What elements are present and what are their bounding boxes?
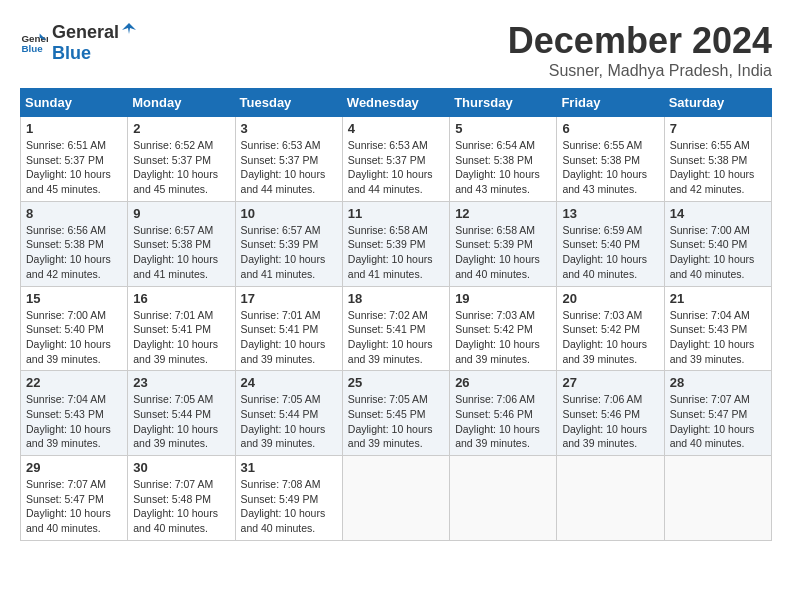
day-info: Sunrise: 7:07 AMSunset: 5:47 PMDaylight:… xyxy=(26,477,122,536)
day-number: 23 xyxy=(133,375,229,390)
day-number: 31 xyxy=(241,460,337,475)
calendar-cell: 10Sunrise: 6:57 AMSunset: 5:39 PMDayligh… xyxy=(235,201,342,286)
day-number: 29 xyxy=(26,460,122,475)
day-number: 13 xyxy=(562,206,658,221)
day-number: 10 xyxy=(241,206,337,221)
day-info: Sunrise: 6:53 AMSunset: 5:37 PMDaylight:… xyxy=(348,138,444,197)
calendar-cell: 6Sunrise: 6:55 AMSunset: 5:38 PMDaylight… xyxy=(557,117,664,202)
day-number: 8 xyxy=(26,206,122,221)
day-info: Sunrise: 7:03 AMSunset: 5:42 PMDaylight:… xyxy=(562,308,658,367)
day-info: Sunrise: 6:56 AMSunset: 5:38 PMDaylight:… xyxy=(26,223,122,282)
day-number: 3 xyxy=(241,121,337,136)
calendar-cell: 17Sunrise: 7:01 AMSunset: 5:41 PMDayligh… xyxy=(235,286,342,371)
logo-general: General xyxy=(52,22,119,43)
day-info: Sunrise: 7:00 AMSunset: 5:40 PMDaylight:… xyxy=(670,223,766,282)
day-info: Sunrise: 6:52 AMSunset: 5:37 PMDaylight:… xyxy=(133,138,229,197)
day-info: Sunrise: 7:04 AMSunset: 5:43 PMDaylight:… xyxy=(670,308,766,367)
day-number: 22 xyxy=(26,375,122,390)
day-info: Sunrise: 6:51 AMSunset: 5:37 PMDaylight:… xyxy=(26,138,122,197)
calendar-cell: 15Sunrise: 7:00 AMSunset: 5:40 PMDayligh… xyxy=(21,286,128,371)
calendar-week-1: 1Sunrise: 6:51 AMSunset: 5:37 PMDaylight… xyxy=(21,117,772,202)
day-number: 14 xyxy=(670,206,766,221)
day-number: 24 xyxy=(241,375,337,390)
title-section: December 2024 Susner, Madhya Pradesh, In… xyxy=(508,20,772,80)
calendar-cell: 20Sunrise: 7:03 AMSunset: 5:42 PMDayligh… xyxy=(557,286,664,371)
calendar-header-row: SundayMondayTuesdayWednesdayThursdayFrid… xyxy=(21,89,772,117)
logo-bird-icon xyxy=(120,20,138,38)
day-number: 16 xyxy=(133,291,229,306)
day-info: Sunrise: 7:04 AMSunset: 5:43 PMDaylight:… xyxy=(26,392,122,451)
day-info: Sunrise: 7:03 AMSunset: 5:42 PMDaylight:… xyxy=(455,308,551,367)
calendar-cell: 19Sunrise: 7:03 AMSunset: 5:42 PMDayligh… xyxy=(450,286,557,371)
calendar-cell: 30Sunrise: 7:07 AMSunset: 5:48 PMDayligh… xyxy=(128,456,235,541)
calendar-cell: 28Sunrise: 7:07 AMSunset: 5:47 PMDayligh… xyxy=(664,371,771,456)
day-number: 28 xyxy=(670,375,766,390)
day-info: Sunrise: 7:06 AMSunset: 5:46 PMDaylight:… xyxy=(455,392,551,451)
calendar-cell: 22Sunrise: 7:04 AMSunset: 5:43 PMDayligh… xyxy=(21,371,128,456)
day-info: Sunrise: 6:57 AMSunset: 5:38 PMDaylight:… xyxy=(133,223,229,282)
calendar-cell: 29Sunrise: 7:07 AMSunset: 5:47 PMDayligh… xyxy=(21,456,128,541)
calendar-cell: 2Sunrise: 6:52 AMSunset: 5:37 PMDaylight… xyxy=(128,117,235,202)
calendar-cell: 27Sunrise: 7:06 AMSunset: 5:46 PMDayligh… xyxy=(557,371,664,456)
calendar-cell: 14Sunrise: 7:00 AMSunset: 5:40 PMDayligh… xyxy=(664,201,771,286)
calendar-cell: 18Sunrise: 7:02 AMSunset: 5:41 PMDayligh… xyxy=(342,286,449,371)
day-number: 9 xyxy=(133,206,229,221)
calendar-table: SundayMondayTuesdayWednesdayThursdayFrid… xyxy=(20,88,772,541)
day-number: 4 xyxy=(348,121,444,136)
day-number: 26 xyxy=(455,375,551,390)
day-number: 30 xyxy=(133,460,229,475)
day-number: 2 xyxy=(133,121,229,136)
day-info: Sunrise: 7:05 AMSunset: 5:44 PMDaylight:… xyxy=(133,392,229,451)
calendar-cell xyxy=(450,456,557,541)
calendar-cell: 8Sunrise: 6:56 AMSunset: 5:38 PMDaylight… xyxy=(21,201,128,286)
header-friday: Friday xyxy=(557,89,664,117)
calendar-cell xyxy=(664,456,771,541)
day-info: Sunrise: 7:01 AMSunset: 5:41 PMDaylight:… xyxy=(241,308,337,367)
day-number: 18 xyxy=(348,291,444,306)
logo-blue: Blue xyxy=(52,43,91,63)
day-number: 17 xyxy=(241,291,337,306)
day-info: Sunrise: 7:01 AMSunset: 5:41 PMDaylight:… xyxy=(133,308,229,367)
day-info: Sunrise: 6:57 AMSunset: 5:39 PMDaylight:… xyxy=(241,223,337,282)
logo: General Blue General Blue xyxy=(20,20,139,64)
day-number: 12 xyxy=(455,206,551,221)
calendar-cell: 1Sunrise: 6:51 AMSunset: 5:37 PMDaylight… xyxy=(21,117,128,202)
calendar-cell: 16Sunrise: 7:01 AMSunset: 5:41 PMDayligh… xyxy=(128,286,235,371)
calendar-week-5: 29Sunrise: 7:07 AMSunset: 5:47 PMDayligh… xyxy=(21,456,772,541)
calendar-cell: 24Sunrise: 7:05 AMSunset: 5:44 PMDayligh… xyxy=(235,371,342,456)
day-info: Sunrise: 7:02 AMSunset: 5:41 PMDaylight:… xyxy=(348,308,444,367)
calendar-cell: 5Sunrise: 6:54 AMSunset: 5:38 PMDaylight… xyxy=(450,117,557,202)
day-info: Sunrise: 7:05 AMSunset: 5:45 PMDaylight:… xyxy=(348,392,444,451)
svg-text:Blue: Blue xyxy=(21,43,43,54)
day-info: Sunrise: 6:58 AMSunset: 5:39 PMDaylight:… xyxy=(348,223,444,282)
day-info: Sunrise: 7:07 AMSunset: 5:47 PMDaylight:… xyxy=(670,392,766,451)
location-title: Susner, Madhya Pradesh, India xyxy=(508,62,772,80)
day-info: Sunrise: 7:07 AMSunset: 5:48 PMDaylight:… xyxy=(133,477,229,536)
calendar-cell: 31Sunrise: 7:08 AMSunset: 5:49 PMDayligh… xyxy=(235,456,342,541)
calendar-cell: 25Sunrise: 7:05 AMSunset: 5:45 PMDayligh… xyxy=(342,371,449,456)
day-info: Sunrise: 7:00 AMSunset: 5:40 PMDaylight:… xyxy=(26,308,122,367)
calendar-cell xyxy=(557,456,664,541)
month-title: December 2024 xyxy=(508,20,772,62)
day-info: Sunrise: 6:53 AMSunset: 5:37 PMDaylight:… xyxy=(241,138,337,197)
header-saturday: Saturday xyxy=(664,89,771,117)
day-number: 1 xyxy=(26,121,122,136)
day-number: 15 xyxy=(26,291,122,306)
day-info: Sunrise: 6:59 AMSunset: 5:40 PMDaylight:… xyxy=(562,223,658,282)
day-number: 20 xyxy=(562,291,658,306)
day-number: 7 xyxy=(670,121,766,136)
calendar-week-3: 15Sunrise: 7:00 AMSunset: 5:40 PMDayligh… xyxy=(21,286,772,371)
day-info: Sunrise: 6:55 AMSunset: 5:38 PMDaylight:… xyxy=(670,138,766,197)
day-number: 6 xyxy=(562,121,658,136)
header-tuesday: Tuesday xyxy=(235,89,342,117)
header-sunday: Sunday xyxy=(21,89,128,117)
header-monday: Monday xyxy=(128,89,235,117)
calendar-cell: 3Sunrise: 6:53 AMSunset: 5:37 PMDaylight… xyxy=(235,117,342,202)
day-info: Sunrise: 6:55 AMSunset: 5:38 PMDaylight:… xyxy=(562,138,658,197)
day-number: 5 xyxy=(455,121,551,136)
day-number: 27 xyxy=(562,375,658,390)
calendar-cell: 26Sunrise: 7:06 AMSunset: 5:46 PMDayligh… xyxy=(450,371,557,456)
day-number: 25 xyxy=(348,375,444,390)
header: General Blue General Blue December 2024 … xyxy=(20,20,772,80)
calendar-cell xyxy=(342,456,449,541)
